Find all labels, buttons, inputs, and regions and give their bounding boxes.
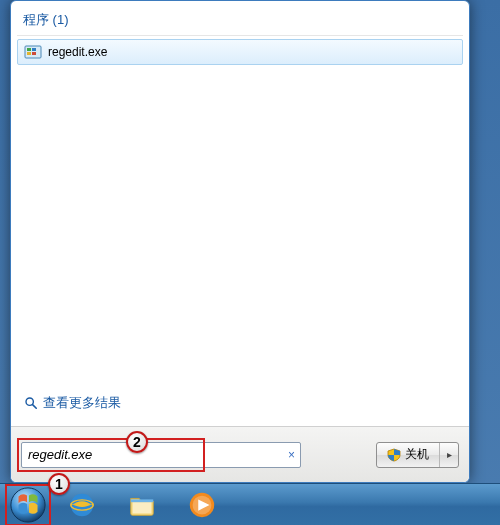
result-item-regedit[interactable]: regedit.exe bbox=[17, 39, 463, 65]
svg-rect-3 bbox=[27, 52, 31, 55]
taskbar bbox=[0, 483, 500, 525]
results-empty-area bbox=[17, 65, 463, 390]
search-box-wrap: × bbox=[21, 442, 301, 468]
chevron-right-icon: ▸ bbox=[447, 449, 452, 460]
shutdown-split-button[interactable]: 关机 ▸ bbox=[376, 442, 459, 468]
internet-explorer-icon bbox=[67, 490, 97, 520]
file-explorer-icon bbox=[127, 490, 157, 520]
annotation-callout-1: 1 bbox=[48, 473, 70, 495]
results-category-header: 程序 (1) bbox=[17, 7, 463, 36]
svg-rect-4 bbox=[32, 52, 36, 55]
svg-rect-2 bbox=[32, 48, 36, 51]
search-input[interactable] bbox=[21, 442, 301, 468]
svg-point-7 bbox=[11, 487, 45, 521]
media-player-icon bbox=[187, 490, 217, 520]
see-more-results[interactable]: 查看更多结果 bbox=[17, 390, 463, 422]
svg-rect-10 bbox=[133, 502, 152, 513]
windows-orb-icon bbox=[9, 486, 47, 524]
svg-rect-11 bbox=[131, 499, 154, 502]
svg-line-6 bbox=[33, 405, 37, 409]
callout-number: 2 bbox=[133, 434, 141, 450]
annotation-callout-2: 2 bbox=[126, 431, 148, 453]
shutdown-options-arrow[interactable]: ▸ bbox=[440, 443, 458, 467]
regedit-icon bbox=[24, 43, 42, 61]
start-menu-results-panel: 程序 (1) regedit.exe bbox=[11, 1, 469, 426]
svg-rect-1 bbox=[27, 48, 31, 51]
start-menu-bottom-bar: × 关机 ▸ bbox=[11, 426, 469, 482]
shutdown-label: 关机 bbox=[405, 446, 429, 463]
shield-icon bbox=[387, 448, 401, 462]
taskbar-item-media-player[interactable] bbox=[174, 487, 230, 523]
shutdown-button[interactable]: 关机 bbox=[377, 443, 440, 467]
taskbar-item-explorer[interactable] bbox=[114, 487, 170, 523]
clear-search-icon[interactable]: × bbox=[288, 448, 295, 462]
results-list: regedit.exe bbox=[17, 39, 463, 65]
start-button[interactable] bbox=[6, 485, 50, 525]
see-more-label: 查看更多结果 bbox=[43, 394, 121, 412]
callout-number: 1 bbox=[55, 476, 63, 492]
search-icon bbox=[23, 395, 39, 411]
start-menu: 程序 (1) regedit.exe bbox=[10, 0, 470, 483]
result-item-label: regedit.exe bbox=[48, 45, 107, 59]
